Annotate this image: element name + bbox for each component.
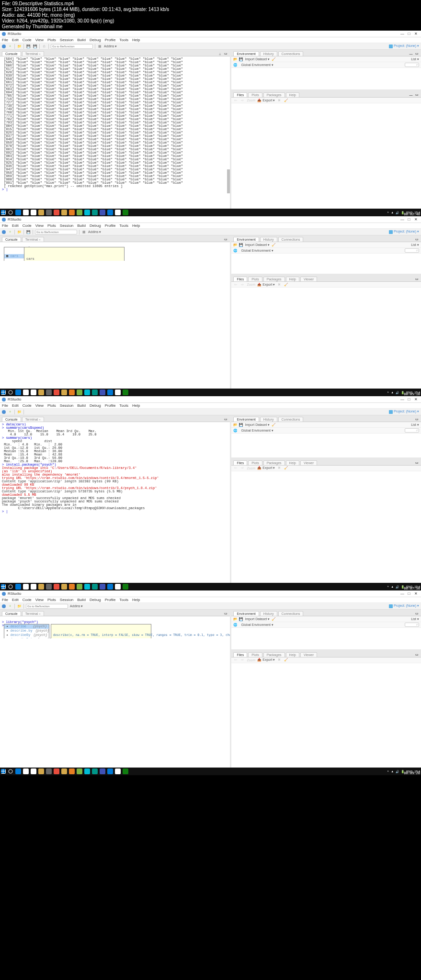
export-button[interactable]: 📤 Export ▾ (257, 658, 275, 662)
search-env-input[interactable] (405, 428, 419, 433)
clear-workspace-icon[interactable]: 🧹 (272, 243, 275, 247)
next-plot-icon[interactable]: ⇨ (240, 657, 245, 662)
minimize-button[interactable]: — (399, 591, 406, 596)
start-button[interactable] (1, 584, 6, 589)
taskbar-app-10[interactable] (92, 584, 98, 590)
grid-button[interactable]: ▦ (97, 44, 102, 49)
taskbar-app-6[interactable] (61, 768, 67, 774)
export-button[interactable]: 📤 Export ▾ (257, 283, 275, 287)
new-project-button[interactable]: + (8, 230, 12, 234)
list-view-button[interactable]: List ▾ (411, 423, 419, 427)
taskbar-app-5[interactable] (54, 210, 59, 215)
autocomplete-popup[interactable]: ✦ describe{psych}✦ describe.by{psych}✦ d… (4, 624, 49, 638)
addins-menu[interactable]: Addins ▾ (70, 604, 83, 608)
console-output[interactable]: [584] "blue" "blue" "blue" "blue" "blue"… (0, 56, 230, 192)
close-icon[interactable]: × (39, 612, 41, 615)
minimize-button[interactable]: — (399, 32, 406, 36)
import-dataset-button[interactable]: Import Dataset ▾ (245, 423, 270, 427)
taskbar-app-11[interactable] (100, 210, 105, 215)
console-output[interactable]: > car| ▦ cars cars The data give the spe… (0, 242, 230, 261)
project-selector[interactable]: Project: (None) ▾ (389, 410, 419, 413)
clear-workspace-icon[interactable]: 🧹 (272, 617, 275, 621)
load-workspace-icon[interactable]: 📂 (233, 423, 237, 427)
volume-icon[interactable]: 🔊 (396, 585, 399, 589)
maximize-button[interactable]: □ (406, 591, 412, 596)
tab-console[interactable]: Console (2, 611, 21, 616)
open-file-button[interactable]: 📁 (17, 604, 22, 609)
close-button[interactable]: ✕ (412, 32, 419, 36)
global-env-dropdown[interactable]: Global Environment ▾ (239, 62, 275, 68)
tab-help[interactable]: Help (286, 460, 299, 465)
menu-tools[interactable]: Tools (119, 403, 128, 408)
minimize-button[interactable]: — (399, 217, 406, 222)
menu-edit[interactable]: Edit (12, 403, 19, 408)
clear-plots-icon[interactable]: 🧹 (284, 282, 288, 287)
taskbar-app-2[interactable] (31, 768, 36, 774)
console-output[interactable]: > data(cars)> summary(cars$speed) Min. 1… (0, 422, 230, 514)
tab-history[interactable]: History (260, 611, 277, 616)
tab-terminal[interactable]: Terminal× (22, 611, 44, 616)
taskbar-app-12[interactable] (107, 390, 113, 395)
load-workspace-icon[interactable]: 📂 (233, 617, 237, 621)
menu-view[interactable]: View (35, 403, 44, 408)
taskbar-app-13[interactable] (115, 390, 121, 395)
taskbar-app-2[interactable] (31, 390, 36, 395)
global-env-dropdown[interactable]: Global Environment ▾ (239, 248, 275, 254)
autocomplete-item[interactable]: ✦ describeBy{psych} (4, 633, 49, 637)
tab-connections[interactable]: Connections (278, 417, 304, 422)
autocomplete-item[interactable]: ✦ describeData{psych} (4, 637, 49, 638)
menu-debug[interactable]: Debug (90, 403, 101, 408)
taskbar-app-5[interactable] (54, 584, 59, 590)
menu-tools[interactable]: Tools (119, 598, 128, 602)
maximize-pane-icon[interactable]: ▭ (414, 51, 419, 56)
maximize-button[interactable]: □ (406, 32, 412, 36)
menu-view[interactable]: View (35, 38, 44, 42)
taskbar-app-0[interactable] (15, 768, 21, 774)
tab-environment[interactable]: Environment (233, 51, 259, 56)
zoom-button[interactable]: Zoom (247, 99, 255, 102)
start-button[interactable] (1, 210, 6, 215)
prev-plot-icon[interactable]: ⇦ (233, 98, 238, 103)
start-button[interactable] (1, 769, 6, 774)
import-dataset-button[interactable]: Import Dataset ▾ (245, 57, 270, 61)
taskbar-app-8[interactable] (77, 390, 82, 395)
taskbar-app-10[interactable] (92, 390, 98, 395)
menu-plots[interactable]: Plots (47, 38, 56, 42)
tab-history[interactable]: History (260, 51, 277, 56)
zoom-button[interactable]: Zoom (247, 283, 255, 286)
tab-plots[interactable]: Plots (248, 92, 262, 97)
windows-taskbar[interactable]: ᴿ▲🔊🔋ENG15:4 (0, 209, 421, 216)
new-file-button[interactable] (2, 604, 6, 608)
tab-history[interactable]: History (260, 417, 277, 422)
tab-help[interactable]: Help (286, 652, 299, 657)
next-plot-icon[interactable]: ⇨ (240, 98, 245, 103)
maximize-pane-icon[interactable]: ▭ (414, 611, 419, 616)
taskbar-app-6[interactable] (61, 584, 67, 590)
menu-build[interactable]: Build (77, 223, 86, 228)
project-selector[interactable]: Project: (None) ▾ (389, 604, 419, 608)
tab-console[interactable]: Console (2, 417, 21, 422)
menu-plots[interactable]: Plots (47, 598, 56, 602)
taskbar-app-1[interactable] (23, 584, 29, 590)
taskbar-app-14[interactable] (123, 584, 128, 590)
taskbar-app-4[interactable] (46, 210, 52, 215)
taskbar-app-12[interactable] (107, 584, 113, 590)
taskbar-app-14[interactable] (123, 768, 128, 774)
menu-session[interactable]: Session (60, 403, 73, 408)
menu-session[interactable]: Session (60, 598, 73, 602)
taskbar-app-5[interactable] (54, 768, 59, 774)
taskbar-app-11[interactable] (100, 768, 105, 774)
tab-files[interactable]: Files (233, 460, 247, 465)
menu-file[interactable]: File (2, 223, 8, 228)
tray-icon[interactable]: ᴿ (387, 211, 389, 214)
windows-taskbar[interactable]: ᴿ▲🔊🔋ENG15:4 (0, 389, 421, 396)
new-project-button[interactable]: + (8, 604, 12, 609)
taskbar-app-13[interactable] (115, 584, 121, 590)
tab-terminal[interactable]: Terminal× (22, 51, 44, 56)
wifi-icon[interactable]: ▲ (391, 770, 394, 773)
save-workspace-icon[interactable]: 💾 (239, 57, 243, 61)
taskbar-app-8[interactable] (77, 210, 82, 215)
menu-help[interactable]: Help (132, 403, 140, 408)
list-view-button[interactable]: List ▾ (411, 57, 419, 61)
tray-icon[interactable]: ᴿ (387, 585, 389, 589)
